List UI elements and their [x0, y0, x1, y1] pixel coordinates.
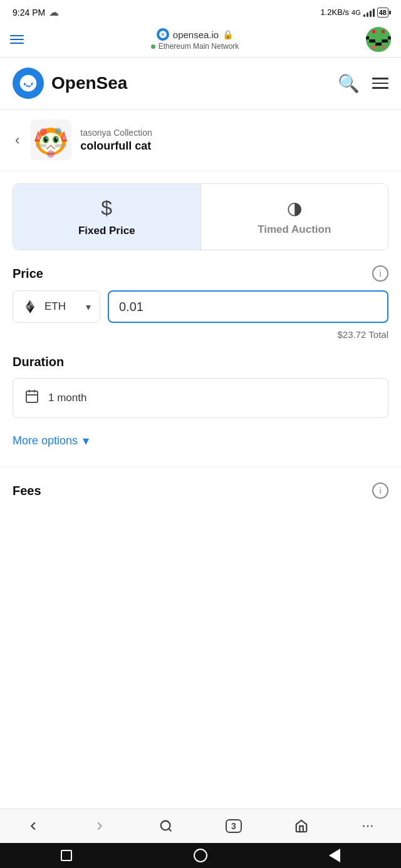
browser-profile-avatar[interactable] — [366, 27, 391, 52]
more-options-section: More options ▾ — [0, 433, 401, 448]
battery-icon: 48 — [377, 8, 388, 18]
duration-selector[interactable]: 1 month — [13, 378, 388, 418]
tab-count-badge: 3 — [226, 819, 242, 833]
more-options-chevron: ▾ — [83, 433, 89, 448]
price-total: $23.72 Total — [13, 329, 388, 340]
svg-rect-5 — [369, 39, 375, 43]
eth-icon — [22, 299, 38, 315]
nft-info: tasonya Collection colourfull cat — [80, 128, 152, 153]
timed-auction-icon: ◑ — [287, 198, 302, 218]
browser-forward-button[interactable] — [85, 817, 114, 835]
android-nav-bar — [0, 843, 401, 868]
browser-back-button[interactable] — [19, 817, 48, 835]
price-input[interactable] — [108, 290, 388, 323]
hamburger-nav-icon[interactable] — [372, 78, 388, 89]
price-info-icon[interactable]: i — [372, 265, 388, 282]
svg-rect-4 — [388, 36, 391, 39]
browser-url-text: opensea.io — [173, 29, 219, 40]
svg-point-21 — [46, 138, 47, 139]
price-section: Price i ETH ▾ $23.72 Total — [0, 250, 401, 340]
duration-label: Duration — [13, 355, 388, 369]
nft-collection-name: tasonya Collection — [80, 128, 152, 138]
network-speed: 1.2KB/s — [321, 8, 350, 17]
svg-rect-3 — [366, 36, 369, 39]
network-type: 4G — [352, 9, 361, 16]
svg-point-29 — [55, 128, 61, 134]
site-favicon — [157, 28, 169, 41]
status-time: 9:24 PM — [13, 8, 45, 18]
browser-address-bar[interactable]: opensea.io 🔒 Ethereum Main Network — [30, 28, 360, 51]
currency-selector[interactable]: ETH ▾ — [13, 290, 100, 323]
svg-point-43 — [363, 825, 365, 827]
more-options-button[interactable]: More options ▾ — [13, 433, 89, 448]
svg-point-44 — [367, 825, 369, 827]
fixed-price-label: Fixed Price — [78, 225, 135, 237]
nft-thumbnail — [31, 120, 71, 160]
browser-search-button[interactable] — [152, 817, 180, 835]
fees-section: Fees i — [0, 467, 401, 499]
timed-auction-tab[interactable]: ◑ Timed Auction — [201, 184, 388, 250]
browser-bar: opensea.io 🔒 Ethereum Main Network — [0, 22, 401, 58]
network-status-dot — [151, 44, 155, 49]
cloud-icon: ☁ — [49, 6, 59, 18]
svg-point-28 — [39, 128, 47, 136]
search-nav-icon[interactable]: 🔍 — [338, 73, 360, 94]
opensea-navbar: OpenSea 🔍 — [0, 58, 401, 110]
timed-auction-label: Timed Auction — [258, 223, 331, 236]
status-bar: 9:24 PM ☁ 1.2KB/s 4G 48 — [0, 0, 401, 22]
signal-bars-icon — [363, 8, 375, 17]
svg-point-22 — [56, 138, 57, 139]
browser-menu-icon[interactable] — [10, 35, 24, 44]
opensea-logo-icon — [13, 68, 44, 99]
svg-point-19 — [44, 137, 48, 142]
svg-line-42 — [169, 829, 171, 831]
fixed-price-tab[interactable]: $ Fixed Price — [13, 184, 200, 250]
browser-home-button[interactable] — [287, 817, 316, 835]
android-home-button[interactable] — [194, 849, 207, 862]
calendar-icon — [24, 389, 39, 407]
svg-point-45 — [371, 825, 373, 827]
duration-section: Duration 1 month — [0, 355, 401, 418]
svg-point-30 — [47, 150, 55, 158]
nav-icons: 🔍 — [338, 73, 388, 94]
browser-more-button[interactable] — [353, 817, 382, 835]
android-recent-apps-button[interactable] — [61, 850, 72, 861]
opensea-brand-name: OpenSea — [51, 73, 127, 93]
svg-rect-2 — [382, 30, 385, 33]
fixed-price-icon: $ — [101, 197, 112, 220]
network-name: Ethereum Main Network — [159, 42, 239, 51]
browser-bottom-nav: 3 — [0, 809, 401, 843]
back-button[interactable]: ‹ — [13, 130, 22, 151]
duration-value: 1 month — [48, 392, 86, 404]
currency-chevron-icon: ▾ — [86, 301, 91, 313]
svg-point-20 — [55, 137, 58, 142]
svg-rect-6 — [382, 39, 388, 43]
sale-type-tabs: $ Fixed Price ◑ Timed Auction — [13, 183, 388, 250]
nft-item-name: colourfull cat — [80, 140, 152, 153]
lock-icon: 🔒 — [222, 29, 233, 39]
android-back-button[interactable] — [329, 849, 340, 862]
nft-header: ‹ — [0, 110, 401, 171]
price-label: Price — [13, 267, 43, 281]
fees-info-icon[interactable]: i — [372, 483, 388, 499]
opensea-logo[interactable]: OpenSea — [13, 68, 127, 99]
currency-label: ETH — [44, 300, 66, 313]
svg-point-41 — [161, 821, 170, 830]
more-options-label: More options — [13, 434, 78, 447]
fees-label: Fees — [13, 484, 41, 498]
svg-rect-9 — [375, 43, 382, 46]
browser-tabs-button[interactable]: 3 — [218, 817, 249, 835]
svg-rect-1 — [372, 30, 375, 33]
svg-rect-7 — [372, 46, 375, 49]
svg-rect-37 — [26, 391, 38, 402]
svg-rect-8 — [382, 46, 385, 49]
